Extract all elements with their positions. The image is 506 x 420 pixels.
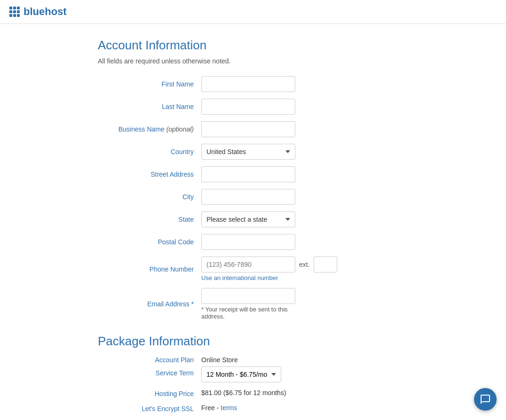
chat-icon <box>480 394 491 405</box>
last-name-input[interactable] <box>201 99 295 115</box>
header: bluehost <box>0 0 506 24</box>
business-name-label: Business Name (optional) <box>98 125 201 133</box>
phone-group: ext. Use an international number <box>201 257 337 281</box>
city-input[interactable] <box>201 189 295 205</box>
email-input[interactable] <box>201 288 295 304</box>
hosting-price-value: $81.00 ($6.75 for 12 months) <box>201 389 286 397</box>
email-group: * Your receipt will be sent to this addr… <box>201 288 295 320</box>
street-address-input[interactable] <box>201 166 295 182</box>
plan-term-values: Online Store 12 Month - $6.75/mo 24 Mont… <box>201 353 281 382</box>
city-label: City <box>98 193 201 201</box>
first-name-input[interactable] <box>201 76 295 92</box>
ssl-dash: - <box>217 404 221 412</box>
country-label: Country <box>98 148 201 156</box>
first-name-label: First Name <box>98 80 201 88</box>
ssl-value: Free - terms <box>201 404 237 412</box>
phone-input[interactable] <box>201 257 295 272</box>
country-row: Country United States Canada United King… <box>98 144 408 160</box>
chat-button[interactable] <box>474 388 497 411</box>
hosting-price-row: Hosting Price $81.00 ($6.75 for 12 month… <box>98 389 408 397</box>
service-term-select-wrapper: 12 Month - $6.75/mo 24 Month - $5.75/mo … <box>201 366 281 382</box>
package-info-title: Package Information <box>98 334 408 349</box>
state-select[interactable]: Please select a state Alabama Alaska Cal… <box>201 211 295 227</box>
plan-term-labels: Account Plan Service Term <box>98 353 201 380</box>
hosting-price-label: Hosting Price <box>98 389 201 397</box>
business-name-row: Business Name (optional) <box>98 121 408 137</box>
postal-code-input[interactable] <box>201 234 295 250</box>
plan-term-row: Account Plan Service Term Online Store 1… <box>98 353 408 382</box>
account-info-subtitle: All fields are required unless otherwise… <box>98 57 408 65</box>
city-row: City <box>98 189 408 205</box>
ssl-label: Let's Encrypt SSL <box>98 404 201 412</box>
account-plan-value: Online Store <box>201 353 281 366</box>
logo-text: bluehost <box>24 6 67 18</box>
last-name-label: Last Name <box>98 103 201 110</box>
country-select[interactable]: United States Canada United Kingdom <box>201 144 295 160</box>
main-content: Account Information All fields are requi… <box>88 24 418 420</box>
street-address-label: Street Address <box>98 171 201 178</box>
service-term-label: Service Term <box>156 366 194 380</box>
ssl-row: Let's Encrypt SSL Free - terms <box>98 404 408 412</box>
account-plan-label: Account Plan <box>155 353 194 366</box>
ext-input[interactable] <box>314 257 337 272</box>
email-label: Email Address * <box>98 300 201 308</box>
last-name-row: Last Name <box>98 99 408 115</box>
logo-grid-icon <box>9 7 20 17</box>
package-info-section: Package Information Account Plan Service… <box>98 334 408 420</box>
intl-number-link[interactable]: Use an international number <box>201 274 337 281</box>
ext-label: ext. <box>299 261 310 268</box>
phone-number-label: Phone Number <box>98 265 201 273</box>
first-name-row: First Name <box>98 76 408 92</box>
postal-code-label: Postal Code <box>98 238 201 246</box>
street-address-row: Street Address <box>98 166 408 182</box>
state-row: State Please select a state Alabama Alas… <box>98 211 408 227</box>
account-info-title: Account Information <box>98 38 408 53</box>
phone-number-row: Phone Number ext. Use an international n… <box>98 257 408 281</box>
state-label: State <box>98 216 201 223</box>
email-row: Email Address * * Your receipt will be s… <box>98 288 408 320</box>
email-note: * Your receipt will be sent to this addr… <box>201 306 295 320</box>
postal-code-row: Postal Code <box>98 234 408 250</box>
business-name-input[interactable] <box>201 121 295 137</box>
service-term-select[interactable]: 12 Month - $6.75/mo 24 Month - $5.75/mo … <box>201 366 281 382</box>
ssl-terms-link[interactable]: terms <box>221 404 237 412</box>
